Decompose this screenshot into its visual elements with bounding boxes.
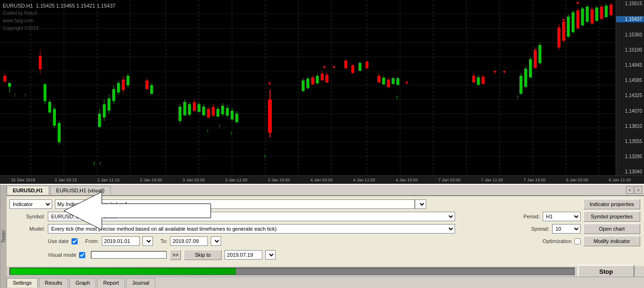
time-8: 4 Jan 11:00: [343, 178, 385, 182]
chart-area: ↑ ↑ ↑ ↑: [0, 0, 644, 175]
svg-rect-31: [3, 76, 6, 81]
tab-nav-left[interactable]: <: [626, 186, 634, 194]
svg-text:▼: ▼: [502, 69, 507, 74]
skip-to-button[interactable]: Skip to: [184, 250, 222, 260]
price-2: 1.15360: [616, 32, 644, 37]
svg-rect-86: [216, 109, 219, 117]
svg-rect-170: [600, 7, 603, 19]
indicator-path-dropdown[interactable]: ▼: [415, 199, 426, 209]
svg-rect-114: [344, 61, 347, 68]
time-1: 2 Jan 03:15: [45, 178, 87, 182]
optimization-checkbox[interactable]: [574, 238, 581, 244]
svg-rect-174: [609, 5, 612, 15]
svg-rect-122: [377, 76, 380, 82]
svg-rect-149: [538, 45, 541, 63]
svg-rect-70: [179, 107, 181, 121]
svg-text:↑: ↑: [395, 93, 399, 101]
skip-to-input[interactable]: [224, 250, 262, 260]
time-10: 7 Jan 03:00: [428, 178, 471, 182]
price-5: 1.14585: [616, 78, 644, 83]
open-chart-button[interactable]: Open chart: [583, 224, 640, 234]
svg-text:↑: ↑: [218, 123, 221, 129]
indicator-properties-button[interactable]: Indicator properties: [583, 199, 640, 209]
time-6: 3 Jan 19:00: [258, 178, 300, 182]
from-date-input[interactable]: [102, 236, 140, 246]
row-model: Model: Every tick (the most precise meth…: [9, 224, 640, 234]
svg-rect-133: [472, 76, 475, 82]
svg-text:▼: ▼: [492, 69, 497, 74]
symbol-properties-button[interactable]: Symbol properties: [583, 211, 640, 222]
svg-text:↑: ↑: [516, 93, 519, 101]
symbol-label: Symbol:: [9, 214, 45, 219]
svg-text:↑: ↑: [24, 92, 27, 99]
svg-text:▼: ▼: [331, 64, 336, 70]
tab-eurusd-visual[interactable]: EURUSD,H1 (visual): [50, 186, 111, 195]
period-select[interactable]: H1 M1 M5 M15 M30 H4 D1: [543, 212, 581, 221]
svg-rect-130: [396, 78, 399, 85]
use-date-checkbox[interactable]: [72, 238, 78, 244]
indicator-path-input[interactable]: [55, 199, 415, 209]
visual-progress-bar: [91, 251, 167, 259]
svg-rect-49: [98, 114, 101, 127]
price-10: 1.13295: [616, 154, 644, 159]
to-date-input[interactable]: [170, 236, 208, 246]
svg-text:↑: ↑: [92, 160, 96, 167]
row-symbol: Symbol: EURUSD, Euro vs US Dollar Period…: [9, 211, 640, 222]
svg-rect-152: [557, 27, 560, 47]
time-0: 31 Dec 2018: [2, 178, 45, 182]
price-7: 1.14070: [616, 108, 644, 114]
svg-rect-164: [586, 7, 589, 22]
model-select[interactable]: Every tick (the most precise method base…: [48, 224, 455, 234]
svg-rect-53: [107, 99, 110, 110]
modify-indicator-button[interactable]: Modify indicator: [583, 236, 640, 246]
bottom-tabs: Settings Results Graph Report Journal: [0, 277, 644, 288]
from-label: From:: [85, 238, 99, 244]
skip-to-dropdown[interactable]: ▼: [265, 250, 276, 260]
price-3: 1.15100: [616, 47, 644, 53]
watermark-line3: Copyright ©2019: [3, 25, 116, 32]
svg-rect-106: [316, 76, 319, 83]
bottom-tab-report[interactable]: Report: [97, 278, 125, 288]
to-date-dropdown[interactable]: ▼: [211, 236, 221, 246]
svg-rect-128: [392, 78, 394, 84]
svg-rect-104: [311, 77, 314, 84]
svg-rect-59: [122, 80, 125, 90]
visual-mode-checkbox[interactable]: [79, 252, 85, 258]
svg-rect-147: [534, 50, 537, 68]
svg-rect-65: [150, 85, 153, 94]
svg-rect-126: [387, 80, 390, 87]
watermark-line1: Coded by Kira-h: [3, 9, 116, 17]
stop-button[interactable]: Stop: [578, 265, 635, 278]
bottom-tab-results[interactable]: Results: [39, 278, 69, 288]
bottom-tab-settings[interactable]: Settings: [7, 278, 38, 288]
svg-rect-120: [366, 62, 368, 68]
from-date-dropdown[interactable]: ▼: [143, 236, 153, 246]
svg-rect-116: [351, 65, 354, 73]
forward-button[interactable]: >>: [170, 250, 181, 260]
svg-text:↑: ↑: [13, 92, 16, 99]
time-12: 7 Jan 19:00: [513, 178, 556, 182]
price-11: 1.13040: [616, 169, 644, 174]
svg-rect-100: [302, 81, 304, 91]
tab-nav-right[interactable]: >: [635, 186, 642, 194]
svg-text:↑: ↑: [230, 130, 233, 136]
symbol-select[interactable]: EURUSD, Euro vs US Dollar: [48, 212, 455, 221]
bottom-tab-graph[interactable]: Graph: [69, 278, 96, 288]
svg-rect-160: [576, 10, 579, 28]
spread-select[interactable]: 10 5 2 1: [552, 224, 581, 234]
watermark-line2: www.fxpg.com: [3, 17, 116, 25]
price-8: 1.13810: [616, 124, 644, 129]
tab-eurusd-h1[interactable]: EURUSD,H1: [7, 186, 49, 195]
svg-rect-145: [529, 59, 532, 77]
svg-rect-156: [567, 17, 570, 36]
price-1: 1.15615: [616, 1, 644, 6]
visual-mode-label: Visual mode: [48, 252, 76, 258]
svg-text:▼: ▼: [575, 0, 580, 6]
bottom-tab-journal[interactable]: Journal: [126, 278, 155, 288]
svg-rect-124: [382, 78, 385, 84]
price-6: 1.14325: [616, 93, 644, 98]
tester-side-label[interactable]: Tester: [0, 185, 7, 288]
type-select[interactable]: Indicator Expert Advisor Script: [9, 199, 52, 209]
svg-rect-166: [590, 9, 593, 23]
time-5: 3 Jan 11:00: [215, 178, 258, 182]
